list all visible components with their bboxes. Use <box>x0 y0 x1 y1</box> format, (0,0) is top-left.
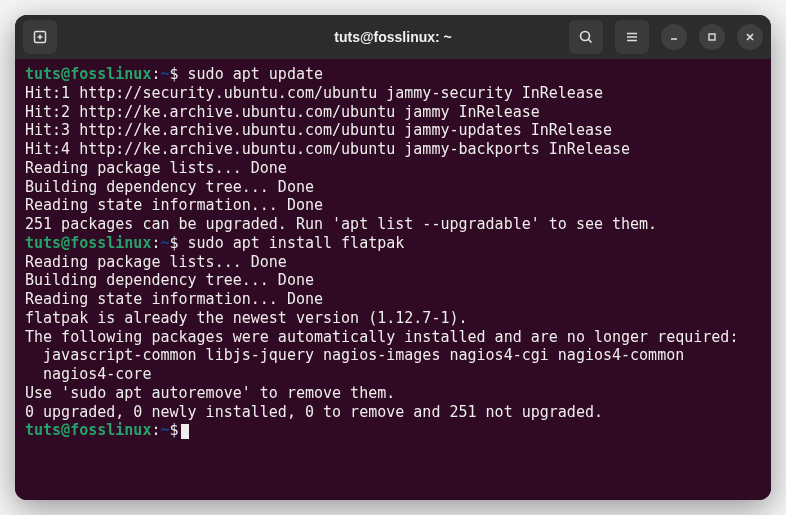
output-line: Hit:2 http://ke.archive.ubuntu.com/ubunt… <box>25 103 761 122</box>
prompt-user: tuts@fosslinux <box>25 65 151 83</box>
output-line: Building dependency tree... Done <box>25 271 761 290</box>
terminal-output[interactable]: tuts@fosslinux:~$ sudo apt update Hit:1 … <box>15 59 771 500</box>
maximize-icon <box>706 31 718 43</box>
search-icon <box>578 29 594 45</box>
output-line: nagios4-core <box>25 365 761 384</box>
prompt-path: ~ <box>160 234 169 252</box>
prompt-path: ~ <box>160 421 169 439</box>
output-line: flatpak is already the newest version (1… <box>25 309 761 328</box>
new-tab-button[interactable] <box>23 20 57 54</box>
output-line: Reading state information... Done <box>25 290 761 309</box>
prompt-path: ~ <box>160 65 169 83</box>
hamburger-icon <box>624 29 640 45</box>
command-text: sudo apt install flatpak <box>188 234 405 252</box>
output-line: Use 'sudo apt autoremove' to remove them… <box>25 384 761 403</box>
minimize-button[interactable] <box>661 24 687 50</box>
minimize-icon <box>668 31 680 43</box>
prompt-line: tuts@fosslinux:~$ sudo apt update <box>25 65 761 84</box>
prompt-line: tuts@fosslinux:~$ sudo apt install flatp… <box>25 234 761 253</box>
search-button[interactable] <box>569 20 603 54</box>
cursor <box>181 424 189 439</box>
output-line: 0 upgraded, 0 newly installed, 0 to remo… <box>25 403 761 422</box>
maximize-button[interactable] <box>699 24 725 50</box>
prompt-dollar: $ <box>170 421 179 439</box>
output-line: Reading package lists... Done <box>25 159 761 178</box>
output-line: Hit:4 http://ke.archive.ubuntu.com/ubunt… <box>25 140 761 159</box>
svg-line-4 <box>589 40 592 43</box>
svg-point-3 <box>581 32 590 41</box>
terminal-window: tuts@fosslinux: ~ <box>15 15 771 500</box>
titlebar: tuts@fosslinux: ~ <box>15 15 771 59</box>
command-text: sudo apt update <box>188 65 323 83</box>
close-icon <box>744 31 756 43</box>
output-line: Building dependency tree... Done <box>25 178 761 197</box>
svg-rect-9 <box>709 34 715 40</box>
menu-button[interactable] <box>615 20 649 54</box>
prompt-dollar: $ <box>170 234 179 252</box>
prompt-dollar: $ <box>170 65 179 83</box>
prompt-user: tuts@fosslinux <box>25 421 151 439</box>
output-line: Reading state information... Done <box>25 196 761 215</box>
output-line: 251 packages can be upgraded. Run 'apt l… <box>25 215 761 234</box>
prompt-user: tuts@fosslinux <box>25 234 151 252</box>
output-line: Reading package lists... Done <box>25 253 761 272</box>
output-line: Hit:1 http://security.ubuntu.com/ubuntu … <box>25 84 761 103</box>
prompt-line: tuts@fosslinux:~$ <box>25 421 761 440</box>
output-line: The following packages were automaticall… <box>25 328 761 347</box>
window-title: tuts@fosslinux: ~ <box>334 29 452 45</box>
new-tab-icon <box>32 29 48 45</box>
output-line: javascript-common libjs-jquery nagios-im… <box>25 346 761 365</box>
close-button[interactable] <box>737 24 763 50</box>
output-line: Hit:3 http://ke.archive.ubuntu.com/ubunt… <box>25 121 761 140</box>
